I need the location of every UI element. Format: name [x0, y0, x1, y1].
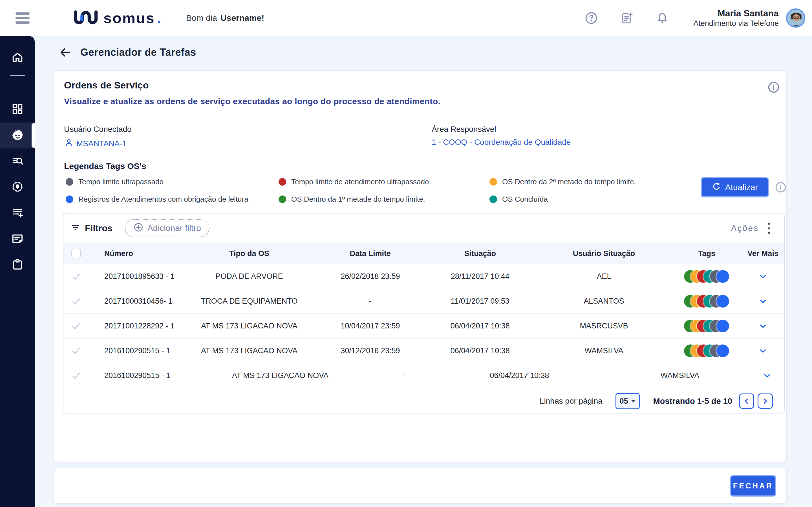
previous-page-button[interactable] — [739, 393, 754, 409]
rows-per-page-label: Linhas por página — [540, 397, 603, 406]
user-role: Atendimento via Telefone — [693, 19, 779, 29]
add-filter-button[interactable]: Adicionar filtro — [125, 219, 209, 237]
row-check-icon[interactable] — [71, 296, 82, 307]
actions-label: Ações — [731, 223, 759, 233]
cell-usuario: WAMSILVA — [536, 346, 671, 355]
cell-numero: 20171001228292 - 1 — [89, 322, 182, 330]
row-check-icon[interactable] — [71, 371, 82, 381]
close-button[interactable]: FECHAR — [730, 475, 776, 497]
table-row[interactable]: 20171000310456- 1 TROCA DE EQUIPAMENTO -… — [63, 289, 784, 314]
legend-dot — [278, 195, 286, 203]
responsible-area-label: Área Responsável — [432, 125, 571, 134]
info-icon[interactable] — [767, 81, 780, 95]
row-check-icon[interactable] — [71, 346, 82, 356]
filters-label: Filtros — [71, 222, 112, 234]
sidebar-item-home[interactable] — [0, 45, 35, 71]
legend-label: Tempo limite ultrapassado — [79, 177, 163, 186]
table-row[interactable]: 20171001895633 - 1 PODA DE ARVORE 26/02/… — [63, 264, 784, 289]
connected-user-value: MSANTANA-1 — [64, 138, 132, 149]
sidebar-item-clipboard[interactable] — [0, 252, 35, 278]
refresh-icon — [712, 182, 721, 193]
tags-cluster — [684, 344, 729, 357]
select-all-checkbox[interactable] — [71, 249, 81, 258]
screen: somus . Bom dia Username! — [0, 0, 812, 507]
cell-data-limite: 30/12/2016 23:59 — [317, 346, 424, 355]
filters-row: Filtros Adicionar filtro Ações — [63, 214, 784, 243]
cell-situacao: 06/04/2017 10:38 — [424, 346, 536, 355]
sidebar-item-notes[interactable] — [0, 226, 35, 252]
cell-data-limite: - — [317, 297, 424, 305]
top-bar: somus . Bom dia Username! — [0, 0, 812, 36]
avatar[interactable] — [786, 8, 805, 27]
legend-label: Tempo limite de atendimento ultrapassado… — [291, 177, 431, 186]
expand-row-chevron-icon[interactable] — [758, 321, 768, 331]
column-data-limite: Data Limite — [317, 249, 424, 258]
card-title: Ordens de Serviço — [64, 80, 149, 91]
legend-dot — [490, 195, 497, 203]
rows-per-page-select[interactable]: 05 — [615, 393, 640, 409]
actions-cluster: Ações — [731, 222, 777, 234]
table-header: Número Tipo da OS Data Limite Situação U… — [63, 243, 784, 264]
refresh-info-icon[interactable] — [774, 181, 787, 194]
sidebar-item-search[interactable] — [0, 149, 35, 174]
legend-dot — [66, 178, 73, 186]
kebab-menu-icon[interactable] — [763, 222, 774, 234]
expand-row-chevron-icon[interactable] — [758, 346, 768, 356]
table-row[interactable]: 2016100290515 - 1 AT MS 173 LIGACAO NOVA… — [63, 363, 784, 388]
sidebar-item-map[interactable] — [0, 174, 35, 200]
search-list-icon — [11, 154, 24, 168]
cell-tipo: AT MS 173 LIGACAO NOVA — [182, 346, 317, 355]
column-situacao: Situação — [424, 249, 536, 258]
help-icon[interactable] — [583, 10, 599, 26]
row-check-icon[interactable] — [71, 271, 82, 282]
plus-circle-icon — [133, 222, 144, 234]
greeting-prefix: Bom dia — [186, 13, 217, 23]
sidebar-item-playlist-add[interactable] — [0, 200, 35, 226]
legend-item: OS Dentro da 1º metade do tempo limite. — [278, 194, 490, 204]
legend-dot — [66, 195, 73, 203]
tag-dot — [716, 320, 729, 332]
table-row[interactable]: 20171001228292 - 1 AT MS 173 LIGACAO NOV… — [63, 314, 784, 339]
legend-item: OS Dentro da 2º metade do tempo limite. — [490, 177, 636, 187]
table-row[interactable]: 2016100290515 - 1 AT MS 173 LIGACAO NOVA… — [63, 339, 784, 363]
refresh-button[interactable]: Atualizar — [701, 177, 769, 198]
legend-dot — [490, 178, 497, 186]
table-body: 20171001895633 - 1 PODA DE ARVORE 26/02/… — [63, 264, 784, 388]
expand-row-chevron-icon[interactable] — [758, 272, 768, 281]
sidebar-item-dashboard[interactable] — [0, 97, 35, 122]
home-icon — [11, 51, 24, 65]
cell-data-limite: - — [378, 371, 429, 380]
top-right-cluster: Maria Santana Atendimento via Telefone — [583, 0, 805, 36]
cell-situacao: 06/04/2017 10:38 — [424, 322, 536, 330]
card-subtitle: Visualize e atualize as ordens de serviç… — [64, 97, 441, 106]
sidebar-item-attendance[interactable] — [0, 122, 35, 149]
playlist-add-icon — [11, 206, 24, 220]
cell-usuario: MASRCUSVB — [536, 322, 671, 330]
cell-numero: 20171001895633 - 1 — [89, 272, 182, 281]
bell-icon[interactable] — [654, 10, 670, 26]
note-add-icon[interactable] — [619, 10, 635, 26]
legend-dot — [278, 178, 286, 186]
tags-cluster — [684, 320, 729, 332]
back-arrow-icon[interactable] — [58, 45, 72, 60]
hamburger-menu-icon[interactable] — [15, 12, 30, 24]
cell-situacao: 11/01/2017 09:53 — [424, 297, 536, 305]
cell-data-limite: 26/02/2018 23:59 — [317, 272, 424, 281]
caret-down-icon — [631, 400, 636, 402]
page-title: Gerenciador de Tarefas — [80, 47, 196, 58]
tag-dot — [716, 295, 729, 307]
row-check-icon[interactable] — [71, 321, 82, 332]
cell-numero: 2016100290515 - 1 — [89, 371, 182, 380]
expand-row-chevron-icon[interactable] — [762, 371, 772, 381]
app-logo: somus . — [72, 0, 161, 36]
user-block: Maria Santana Atendimento via Telefone — [693, 8, 779, 29]
responsible-area-block: Área Responsável 1 - COOQ - Coordenação … — [432, 125, 571, 147]
pagination: Linhas por página 05 Mostrando 1-5 de 10 — [63, 388, 784, 413]
connected-user-block: Usuário Conectado MSANTANA-1 — [64, 125, 132, 149]
next-page-button[interactable] — [758, 393, 773, 409]
sidebar-group — [0, 97, 35, 278]
legend-grid: Tempo limite ultrapassado Tempo limite d… — [66, 177, 636, 204]
sidebar — [0, 36, 35, 507]
expand-row-chevron-icon[interactable] — [758, 297, 768, 306]
cell-usuario: WAMSILVA — [610, 371, 750, 380]
